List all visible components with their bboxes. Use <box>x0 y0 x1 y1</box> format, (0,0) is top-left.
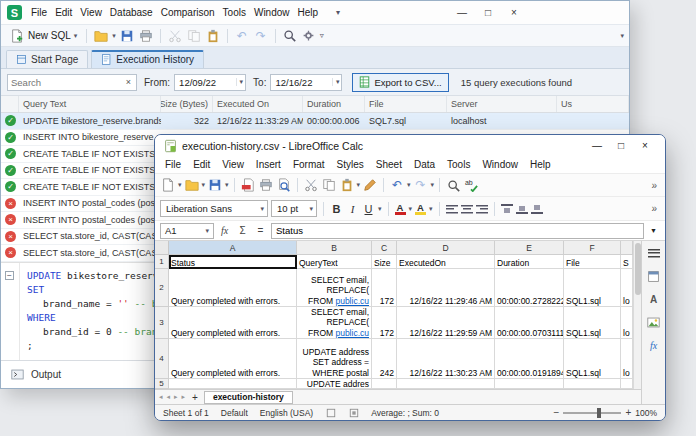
bold-button[interactable]: B <box>330 203 343 215</box>
menu-edit[interactable]: Edit <box>51 5 76 20</box>
copy-icon[interactable] <box>321 177 337 193</box>
column-header-D[interactable]: D <box>397 241 495 255</box>
spelling-icon[interactable]: ab <box>463 177 479 193</box>
menu-tools[interactable]: Tools <box>219 5 250 20</box>
column-header[interactable]: Us <box>557 96 629 112</box>
cell-F1[interactable]: File <box>564 255 621 269</box>
menu-view[interactable]: View <box>216 159 250 170</box>
zoom-level[interactable]: 100% <box>635 408 657 418</box>
selection-stats[interactable]: Average: ; Sum: 0 <box>371 408 439 418</box>
styles-icon[interactable]: A <box>646 292 662 306</box>
cell-C1[interactable]: Size <box>372 255 397 269</box>
formula-input[interactable] <box>272 225 643 236</box>
copy-icon[interactable] <box>186 28 202 44</box>
print-icon[interactable] <box>258 177 274 193</box>
first-sheet-icon[interactable]: ◂ <box>158 393 164 401</box>
column-header[interactable]: File <box>365 96 447 112</box>
chevron-down-icon[interactable]: ▾ <box>429 205 433 213</box>
column-header-E[interactable]: E <box>495 241 564 255</box>
expand-formula-bar-icon[interactable]: ▼ <box>647 227 660 234</box>
zoom-out-button[interactable]: − <box>554 407 560 418</box>
minimize-button[interactable]: — <box>586 140 608 151</box>
chevron-down-icon[interactable]: ▾ <box>225 181 229 189</box>
collapse-region-icon[interactable]: − <box>5 271 14 280</box>
undo-icon[interactable]: ↶ <box>389 177 405 193</box>
table-row[interactable]: ✓ UPDATE bikestore_reserve.brands S... 3… <box>1 113 629 130</box>
cell-C2[interactable]: 172 <box>372 269 397 307</box>
align-left-button[interactable] <box>446 204 458 214</box>
cell-B1[interactable]: QueryText <box>297 255 372 269</box>
align-top-button[interactable] <box>501 204 513 214</box>
cell-A5[interactable] <box>169 379 297 389</box>
cell-F5[interactable] <box>564 379 621 389</box>
sum-icon[interactable]: Σ <box>235 225 250 236</box>
font-size-combo[interactable]: 10 pt ▾ <box>271 200 317 217</box>
column-header-F[interactable]: F <box>564 241 621 255</box>
zoom-slider[interactable] <box>563 412 621 414</box>
chevron-down-icon[interactable]: ▾ <box>407 181 411 189</box>
column-header[interactable]: Duration <box>303 96 365 112</box>
menu-window[interactable]: Window <box>476 159 524 170</box>
page-style[interactable]: Default <box>221 408 248 418</box>
cell-E5[interactable] <box>495 379 564 389</box>
menu-comparison[interactable]: Comparison <box>157 5 219 20</box>
toolbar-overflow-icon[interactable]: » <box>651 203 660 214</box>
cell-B3[interactable]: SELECT email, REPLACE( FROM public.cu <box>297 307 372 339</box>
functions-icon[interactable]: fx <box>646 338 662 352</box>
cell-A2[interactable]: Query completed with errors. <box>169 269 297 307</box>
gear-icon[interactable] <box>301 28 317 44</box>
from-date-picker[interactable]: 12/09/22 ▾ <box>174 74 246 91</box>
search-box[interactable]: × <box>7 74 137 91</box>
name-box[interactable]: A1 ▾ <box>160 223 214 239</box>
save-icon[interactable] <box>207 177 223 193</box>
column-header-G[interactable] <box>621 241 633 255</box>
column-header[interactable]: Query Text <box>19 96 161 112</box>
font-color-button[interactable]: A <box>395 203 406 215</box>
paste-icon[interactable] <box>205 28 221 44</box>
vertical-scrollbar[interactable] <box>633 241 641 389</box>
sidebar-settings-icon[interactable] <box>646 246 662 260</box>
row-header-4[interactable]: 4 <box>155 339 169 379</box>
center-vertically-button[interactable] <box>516 204 528 214</box>
to-date-picker[interactable]: 12/16/22 ▾ <box>270 74 342 91</box>
hyperlink[interactable]: public.cu <box>335 296 369 306</box>
cell-D4[interactable]: 12/16/22 11:30:23 AM <box>397 339 495 379</box>
toolbar-chevron-icon[interactable]: ▿ <box>320 31 324 40</box>
previous-sheet-icon[interactable]: ◂ <box>166 393 172 401</box>
chevron-down-icon[interactable]: ▾ <box>431 181 435 189</box>
tab-start-page[interactable]: Start Page <box>6 50 88 68</box>
new-sql-button[interactable]: New SQL ▾ <box>6 27 80 45</box>
select-all-corner[interactable] <box>155 241 169 255</box>
scrollbar-thumb[interactable] <box>635 243 641 295</box>
export-pdf-icon[interactable] <box>240 177 256 193</box>
column-header-C[interactable]: C <box>372 241 397 255</box>
tab-execution-history[interactable]: Execution History <box>91 50 204 68</box>
font-name-combo[interactable]: Liberation Sans ▾ <box>160 200 268 217</box>
find-replace-icon[interactable] <box>445 177 461 193</box>
cell-G2[interactable]: lo <box>621 269 633 307</box>
chevron-down-icon[interactable]: ▾ <box>336 8 340 17</box>
column-header[interactable]: Size (Bytes) <box>161 96 213 112</box>
next-sheet-icon[interactable]: ▸ <box>173 393 179 401</box>
menu-format[interactable]: Format <box>287 159 331 170</box>
open-folder-icon[interactable] <box>184 177 200 193</box>
toolbar-options-icon[interactable]: ▾ <box>620 32 624 40</box>
menu-help[interactable]: Help <box>524 159 557 170</box>
cell-G4[interactable]: lo <box>621 339 633 379</box>
cell-C3[interactable]: 172 <box>372 307 397 339</box>
cell-D5[interactable] <box>397 379 495 389</box>
selection-mode-icon[interactable] <box>325 406 336 420</box>
cell-E4[interactable]: 00:00:00.0191894 <box>495 339 564 379</box>
underline-button[interactable]: U <box>362 203 375 215</box>
clear-search-icon[interactable]: × <box>124 77 133 87</box>
zoom-in-button[interactable]: + <box>625 407 631 418</box>
cell-D3[interactable]: 12/16/22 11:29:59 AM <box>397 307 495 339</box>
row-header-5[interactable]: 5 <box>155 379 169 389</box>
align-center-button[interactable] <box>461 204 473 214</box>
search-input[interactable] <box>11 77 124 88</box>
menu-styles[interactable]: Styles <box>331 159 370 170</box>
menu-sheet[interactable]: Sheet <box>370 159 408 170</box>
row-header-3[interactable]: 3 <box>155 307 169 339</box>
cell-G3[interactable]: lo <box>621 307 633 339</box>
hyperlink[interactable]: public.cu <box>335 328 369 338</box>
